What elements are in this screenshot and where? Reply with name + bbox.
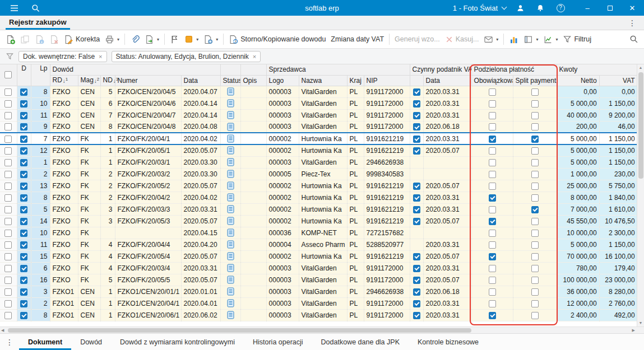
user-button[interactable] <box>514 2 526 14</box>
grid-row[interactable]: 14 FZKO FK 3 FZKO/FK/20/05/3 2020.05.07 … <box>0 215 637 227</box>
obowiazkowa-checkbox[interactable] <box>489 88 496 96</box>
split-payment-checkbox[interactable] <box>531 136 539 143</box>
scroll-up-icon[interactable]: ▲ <box>639 64 643 71</box>
d-checkbox[interactable] <box>20 265 27 272</box>
grid-row[interactable]: 8 FZKO1 CEN 1 FZKO1/CEN/20/06/1 2020.06.… <box>0 309 637 321</box>
remove-filter-icon[interactable]: × <box>99 53 102 60</box>
column-header-nazwa[interactable]: Nazwa <box>299 75 347 86</box>
obowiazkowa-checkbox[interactable] <box>489 230 496 237</box>
column-header-data-vat[interactable]: Data <box>423 75 471 86</box>
obowiazkowa-checkbox[interactable] <box>489 241 496 249</box>
column-header-kraj[interactable]: Kraj <box>347 75 364 86</box>
d-checkbox[interactable] <box>20 147 27 155</box>
column-header-czynny-check[interactable] <box>410 75 423 86</box>
czynny-podatnik-checkbox[interactable] <box>413 253 420 260</box>
grid-row[interactable]: 16 FZKO FK 5 FZKO/FK/20/05/5 2020.05.07 … <box>0 274 637 286</box>
filter-chip-dok-wewnetrzne[interactable]: Dok. wewnętrzne: False × <box>18 51 107 62</box>
obowiazkowa-checkbox[interactable] <box>489 277 496 284</box>
obowiazkowa-checkbox[interactable] <box>489 123 496 130</box>
czynny-podatnik-checkbox[interactable] <box>413 100 420 108</box>
attachment-button[interactable] <box>128 33 142 46</box>
obowiazkowa-checkbox[interactable] <box>489 218 496 225</box>
storno-button[interactable]: Storno/Kopiowanie dowodu <box>226 33 328 46</box>
horizontal-scroll-thumb[interactable] <box>8 328 471 333</box>
menu-button[interactable] <box>8 2 20 14</box>
split-payment-checkbox[interactable] <box>531 312 539 319</box>
czynny-podatnik-checkbox[interactable] <box>413 312 420 319</box>
d-checkbox[interactable] <box>20 288 27 296</box>
obowiazkowa-checkbox[interactable] <box>489 159 496 166</box>
tab-dodatkowe-dane-jpk[interactable]: Dodatkowe dane dla JPK <box>312 334 409 350</box>
split-payment-checkbox[interactable] <box>531 123 539 130</box>
obowiazkowa-checkbox[interactable] <box>489 183 496 190</box>
maximize-button[interactable] <box>603 4 617 12</box>
d-checkbox[interactable] <box>20 277 27 284</box>
tab-kontrole-biznesowe[interactable]: Kontrole biznesowe <box>409 334 488 350</box>
column-header-logo[interactable]: Logo <box>266 75 299 86</box>
grid-row[interactable]: 15 FZKO FK 4 FZKO/FK/20/05/4 2020.05.07 … <box>0 250 637 262</box>
d-checkbox[interactable] <box>20 100 27 108</box>
column-header-vat[interactable]: VAT <box>599 75 637 86</box>
vertical-scrollbar[interactable]: ▲ ▼ <box>637 64 644 326</box>
row-select-checkbox[interactable] <box>4 183 12 190</box>
row-select-checkbox[interactable] <box>4 136 12 143</box>
tab-dowod-z-wymiarami[interactable]: Dowód z wymiarami kontrolingowymi <box>111 334 244 350</box>
tab-rejestr-zakupow[interactable]: Rejestr zakupów <box>6 16 70 30</box>
obowiazkowa-checkbox[interactable] <box>489 206 496 213</box>
grid-row[interactable]: 8 FZKO CEN 5 FZKO/CEN/20/04/5 2020.04.07… <box>0 86 637 97</box>
column-header-obowiazkowa[interactable]: Obowiązkowa <box>471 75 513 86</box>
minimize-button[interactable]: – <box>580 4 595 12</box>
bottom-overflow-menu[interactable]: ⋮ <box>0 338 19 347</box>
search-button[interactable] <box>29 2 41 14</box>
column-header-opis[interactable]: Opis <box>240 75 266 86</box>
company-selector[interactable]: 1 - Foto Świat <box>453 4 506 12</box>
row-select-checkbox[interactable] <box>4 218 12 225</box>
czynny-podatnik-checkbox[interactable] <box>413 123 420 130</box>
row-select-checkbox[interactable] <box>4 206 12 213</box>
obowiazkowa-checkbox[interactable] <box>489 288 496 296</box>
czynny-podatnik-checkbox[interactable] <box>413 147 420 155</box>
czynny-podatnik-checkbox[interactable] <box>413 88 420 96</box>
flag-button[interactable] <box>168 33 182 46</box>
select-all-checkbox[interactable] <box>4 71 12 78</box>
tab-historia-operacji[interactable]: Historia operacji <box>244 334 312 350</box>
d-checkbox[interactable] <box>20 230 27 237</box>
obowiazkowa-checkbox[interactable] <box>489 194 496 202</box>
help-button[interactable]: ? <box>554 2 567 14</box>
obowiazkowa-checkbox[interactable] <box>489 312 496 319</box>
document-info-button[interactable] <box>33 33 47 46</box>
row-select-checkbox[interactable] <box>4 194 12 202</box>
filter-chip-status[interactable]: Status: Anulowany, Edycja, Brulion, Dzie… <box>112 51 261 62</box>
email-button[interactable]: ▾ <box>481 33 501 46</box>
obowiazkowa-checkbox[interactable] <box>489 136 496 143</box>
copy-document-button[interactable] <box>18 33 32 46</box>
obowiazkowa-checkbox[interactable] <box>489 100 496 108</box>
grid-row[interactable]: 1 FZKO FK 1 FZKO/FK/20/03/1 2020.03.30 0… <box>0 156 637 168</box>
czynny-podatnik-checkbox[interactable] <box>413 194 420 202</box>
column-header-split-payment[interactable]: Split payment <box>513 75 557 86</box>
grid-row[interactable]: 6 FZKO FK 4 FZKO/FK/20/03/4 2020.03.31 0… <box>0 262 637 274</box>
scroll-left-icon[interactable]: ◀ <box>1 327 4 334</box>
czynny-podatnik-checkbox[interactable] <box>413 206 420 213</box>
d-checkbox[interactable] <box>20 88 27 96</box>
row-select-checkbox[interactable] <box>4 171 12 178</box>
d-checkbox[interactable] <box>20 241 27 249</box>
d-checkbox[interactable] <box>20 194 27 202</box>
grid-row[interactable]: 2 FZKO1 CEN 1 FZKO1/CEN/20/04/1 2020.04.… <box>0 297 637 309</box>
grid-row[interactable]: 10 FZKO FK 2020.04.15 000036 KOMP-NET PL… <box>0 227 637 239</box>
d-checkbox[interactable] <box>20 218 27 225</box>
row-select-checkbox[interactable] <box>4 265 12 272</box>
print-button[interactable]: ▾ <box>103 33 122 46</box>
chart-settings-button[interactable]: ▾ <box>541 33 560 46</box>
split-payment-checkbox[interactable] <box>531 147 539 155</box>
delete-document-button[interactable] <box>47 33 61 46</box>
column-header-netto[interactable]: Netto <box>557 75 599 86</box>
grid-row[interactable]: 9 FZKO CEN 8 FZKO/CEN/20/04/8 2020.04.08… <box>0 121 637 133</box>
scroll-down-icon[interactable]: ▼ <box>639 320 643 326</box>
czynny-podatnik-checkbox[interactable] <box>413 136 420 143</box>
column-header-data[interactable]: Data <box>181 75 220 86</box>
split-payment-checkbox[interactable] <box>531 159 539 166</box>
obowiazkowa-checkbox[interactable] <box>489 147 496 155</box>
column-header-mag[interactable]: Mag↓2 <box>78 75 100 86</box>
horizontal-scrollbar[interactable]: ◀ ▶ <box>0 326 644 333</box>
